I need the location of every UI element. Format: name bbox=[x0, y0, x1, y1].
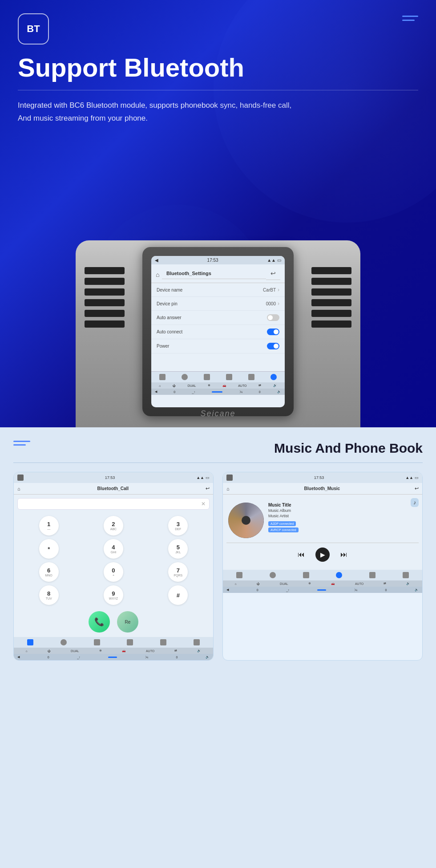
key-star[interactable]: * bbox=[39, 539, 59, 559]
key-5[interactable]: 5 JKL bbox=[168, 539, 188, 559]
music-back-btn[interactable] bbox=[226, 475, 233, 481]
vent-slat bbox=[85, 310, 125, 317]
next-button[interactable]: ⏭ bbox=[340, 551, 347, 559]
call-back-btn[interactable] bbox=[17, 475, 24, 481]
section-header: Music And Phone Book bbox=[13, 441, 423, 463]
grid-icon-active[interactable] bbox=[27, 639, 33, 645]
home-car-icon[interactable]: ⌂ bbox=[159, 384, 161, 387]
grid-icon[interactable] bbox=[236, 572, 242, 578]
volume-icon[interactable]: 🔊 bbox=[273, 384, 277, 387]
key-9[interactable]: 9 WXYZ bbox=[104, 585, 123, 605]
music-status-icons: ▲▲ ▭ bbox=[405, 475, 419, 480]
call-icon: 📞 bbox=[94, 617, 104, 627]
auto-connect-toggle[interactable] bbox=[267, 329, 279, 335]
car-icon: 🚗 bbox=[331, 582, 335, 585]
phone-icon[interactable] bbox=[94, 639, 100, 645]
settings-icon-active[interactable] bbox=[270, 374, 277, 380]
key-7[interactable]: 7 PQRS bbox=[168, 562, 188, 582]
snowflake-icon[interactable]: ❄ bbox=[208, 384, 210, 387]
car-icon: 🚗 bbox=[222, 384, 226, 387]
screen-title: Bluetooth_Settings bbox=[162, 268, 266, 279]
phone-icon[interactable] bbox=[204, 374, 210, 380]
settings-icon[interactable] bbox=[403, 572, 409, 578]
call-nav: ⌂ Bluetooth_Call ↩ bbox=[14, 483, 213, 495]
back-icon[interactable]: ◀ bbox=[155, 390, 157, 393]
back-btn2[interactable]: ◀ bbox=[226, 588, 229, 592]
auto-text: AUTO bbox=[355, 582, 363, 585]
music-player: ♪ Music Title Music Album Music Artist bbox=[223, 495, 422, 570]
call-home-icon: ⌂ bbox=[17, 486, 20, 491]
arrow-icon[interactable]: ⇄ bbox=[174, 649, 177, 653]
play-button[interactable]: ▶ bbox=[315, 548, 330, 562]
key-3[interactable]: 3 DEF bbox=[168, 516, 188, 535]
nav-bar: Bluetooth_Settings ↩ bbox=[151, 264, 285, 283]
vent-slat bbox=[311, 310, 351, 317]
back-btn2[interactable]: ◀ bbox=[17, 655, 20, 659]
device-name-row: Device name CarBT › bbox=[151, 283, 285, 297]
key-0[interactable]: 0 + bbox=[104, 562, 123, 582]
music-icon-active[interactable] bbox=[336, 572, 342, 578]
key-2[interactable]: 2 ABC bbox=[104, 516, 123, 535]
power-icon[interactable]: ⏻ bbox=[48, 649, 51, 653]
snowflake-icon[interactable]: ❄ bbox=[308, 582, 311, 585]
fan2: 🌬 bbox=[354, 588, 357, 592]
spacer bbox=[151, 353, 285, 371]
key-4-num: 4 bbox=[112, 544, 115, 551]
key-2-sub: ABC bbox=[110, 527, 117, 531]
person-icon[interactable] bbox=[270, 572, 276, 578]
bottom-menu-icon[interactable] bbox=[13, 441, 30, 446]
music-note-button[interactable]: ♪ bbox=[411, 498, 419, 507]
back-arrow-icon: ◀ bbox=[155, 258, 158, 263]
section-title: Music And Phone Book bbox=[274, 441, 423, 456]
power-car-icon[interactable]: ⏻ bbox=[173, 384, 176, 387]
temp-icon: _↑ bbox=[77, 656, 80, 659]
music-icon[interactable] bbox=[226, 374, 232, 380]
power-icon[interactable]: ⏻ bbox=[257, 582, 260, 585]
device-pin-value: 0000 bbox=[266, 301, 276, 306]
clear-icon[interactable]: ✕ bbox=[201, 501, 206, 507]
call-button[interactable]: 📞 bbox=[89, 611, 110, 633]
auto-label: AUTO bbox=[238, 384, 246, 387]
power-toggle[interactable] bbox=[267, 343, 279, 349]
person-icon[interactable] bbox=[182, 374, 188, 380]
vent-slat bbox=[85, 288, 125, 296]
music-artist: Music Artist bbox=[268, 514, 409, 518]
link-icon[interactable] bbox=[369, 572, 375, 578]
dialer-keypad: 1 — 2 ABC 3 DEF * 4 bbox=[14, 513, 213, 608]
home-icon[interactable]: ⌂ bbox=[26, 649, 28, 653]
arrow-icon[interactable]: ⇄ bbox=[258, 384, 261, 387]
auto-answer-toggle[interactable] bbox=[267, 314, 279, 321]
music-icon[interactable] bbox=[127, 639, 133, 645]
link-icon[interactable] bbox=[248, 374, 254, 380]
menu-button[interactable] bbox=[402, 16, 418, 21]
auto-text: AUTO bbox=[146, 649, 154, 653]
avrcp-badge: AVRCP connected bbox=[268, 527, 409, 533]
back-button[interactable]: ↩ bbox=[266, 267, 280, 280]
key-1[interactable]: 1 — bbox=[39, 516, 59, 535]
key-9-sub: WXYZ bbox=[109, 597, 118, 600]
link-icon[interactable] bbox=[160, 639, 166, 645]
vol-icon[interactable]: 🔊 bbox=[406, 582, 410, 585]
home-icon[interactable]: ⌂ bbox=[235, 582, 237, 585]
auto-answer-label: Auto answer bbox=[157, 315, 182, 320]
arrow-icon[interactable]: ⇄ bbox=[384, 582, 386, 585]
person-icon[interactable] bbox=[61, 639, 67, 645]
device-name-label: Device name bbox=[157, 288, 182, 292]
redial-button[interactable]: Re bbox=[117, 611, 138, 633]
key-8[interactable]: 8 TUV bbox=[39, 585, 59, 605]
zero-2: 0 bbox=[176, 656, 178, 659]
key-4[interactable]: 4 GHI bbox=[104, 539, 123, 559]
grid-icon[interactable] bbox=[159, 374, 166, 380]
progress-indicator bbox=[108, 657, 117, 658]
vol-icon[interactable]: 🔊 bbox=[197, 649, 201, 653]
redial-icon: Re bbox=[125, 620, 131, 625]
prev-button[interactable]: ⏮ bbox=[298, 551, 305, 559]
phone-icon[interactable] bbox=[303, 572, 309, 578]
settings-icon[interactable] bbox=[194, 639, 200, 645]
key-hash[interactable]: # bbox=[168, 585, 188, 605]
key-6[interactable]: 6 MNO bbox=[39, 562, 59, 582]
snowflake-icon[interactable]: ❄ bbox=[99, 649, 102, 653]
call-back-icon[interactable]: ↩ bbox=[206, 486, 210, 491]
music-back-icon[interactable]: ↩ bbox=[415, 486, 419, 491]
key-0-sub: + bbox=[113, 574, 114, 577]
